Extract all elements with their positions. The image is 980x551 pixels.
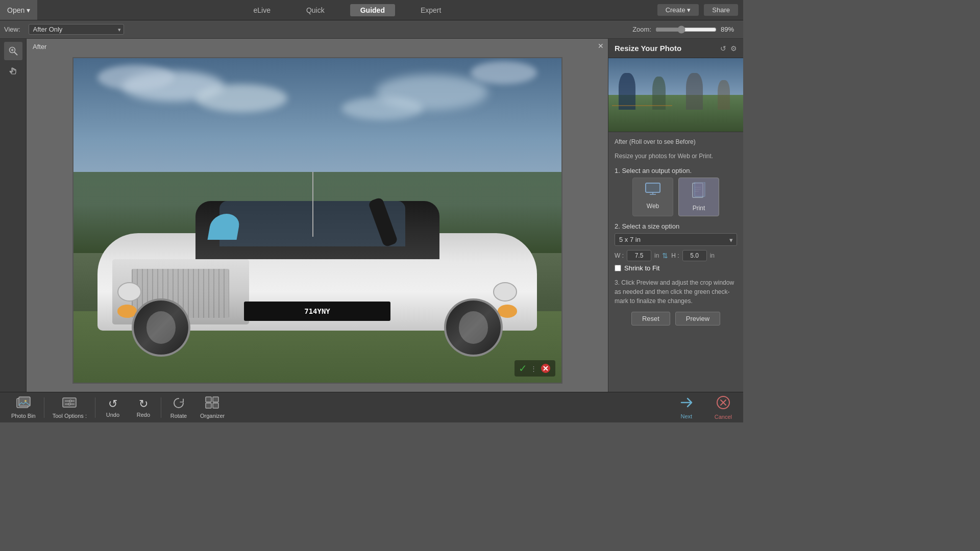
svg-rect-24 — [206, 403, 211, 408]
next-label: Next — [680, 413, 692, 419]
undo-icon: ↺ — [108, 397, 117, 411]
next-icon — [679, 396, 694, 412]
share-button[interactable]: Share — [704, 4, 738, 16]
close-canvas-button[interactable]: ✕ — [596, 41, 606, 51]
zoom-label: Zoom: — [632, 26, 651, 33]
web-label: Web — [647, 203, 659, 210]
svg-rect-22 — [206, 397, 211, 402]
panel-title: Resize Your Photo — [615, 44, 681, 53]
undo-label: Undo — [106, 412, 119, 418]
view-label: View: — [4, 26, 20, 33]
step2-section: 2. Select a size option 5 x 7 in 4 x 6 i… — [615, 222, 737, 272]
svg-rect-8 — [646, 183, 660, 192]
width-label: W : — [615, 252, 624, 259]
zoom-section: Zoom: 89% — [632, 26, 739, 34]
step3-text: 3. Click Preview and adjust the crop win… — [615, 278, 737, 306]
output-buttons: Web Print — [615, 178, 737, 216]
svg-rect-25 — [213, 403, 218, 408]
redo-label: Redo — [137, 412, 150, 418]
zoom-slider[interactable] — [655, 26, 717, 34]
height-input[interactable]: 5.0 — [682, 250, 707, 261]
print-output-button[interactable]: Print — [678, 178, 719, 216]
top-tabs: eLive Quick Guided Expert — [37, 4, 657, 16]
canvas-actions: ✓ ⋮ — [514, 360, 555, 377]
open-chevron-icon: ▾ — [27, 6, 30, 14]
separator-2 — [95, 397, 95, 418]
shrink-to-fit-checkbox[interactable] — [615, 265, 621, 271]
separator-1 — [44, 397, 44, 418]
right-panel: Resize Your Photo ↺ ⚙ — [608, 39, 743, 392]
svg-point-20 — [68, 403, 70, 405]
width-unit: in — [654, 252, 659, 259]
rotate-tool[interactable]: Rotate — [163, 394, 194, 421]
hand-tool-button[interactable] — [4, 62, 22, 81]
svg-rect-13 — [19, 397, 30, 406]
tool-options-icon — [62, 396, 77, 412]
tool-options-tool[interactable]: Tool Options : — [46, 394, 93, 421]
left-toolbar — [0, 39, 27, 392]
refresh-icon[interactable]: ↺ — [720, 44, 726, 53]
size-select[interactable]: 5 x 7 in 4 x 6 in 8 x 10 in Wallet Custo… — [615, 233, 737, 246]
step3-section: 3. Click Preview and adjust the crop win… — [615, 278, 737, 306]
second-bar: View: After Only Before Only Before & Af… — [0, 20, 743, 39]
tab-quick[interactable]: Quick — [296, 4, 335, 16]
cancel-edit-button[interactable] — [540, 363, 551, 374]
view-select[interactable]: After Only Before Only Before & After (H… — [29, 24, 124, 35]
tab-elive[interactable]: eLive — [243, 4, 280, 16]
panel-caption: After (Roll over to see Before) — [615, 138, 737, 145]
size-select-wrap: 5 x 7 in 4 x 6 in 8 x 10 in Wallet Custo… — [615, 233, 737, 246]
open-label: Open — [7, 6, 24, 14]
height-unit: in — [710, 252, 715, 259]
panel-actions: ↺ ⚙ — [720, 44, 737, 53]
link-dimensions-icon[interactable]: ⇅ — [662, 252, 668, 260]
top-bar: Open ▾ eLive Quick Guided Expert Create … — [0, 0, 743, 20]
settings-icon[interactable]: ⚙ — [730, 44, 737, 53]
canvas-area: After ✕ — [27, 39, 608, 392]
shrink-to-fit-row: Shrink to Fit — [615, 264, 737, 272]
next-button[interactable]: Next — [673, 394, 700, 421]
panel-header: Resize Your Photo ↺ ⚙ — [608, 39, 743, 58]
photo-bin-tool[interactable]: Photo Bin — [5, 394, 42, 421]
preview-before — [608, 58, 676, 132]
confirm-button[interactable]: ✓ — [519, 362, 527, 374]
photo-bin-icon — [16, 396, 31, 412]
tool-options-label: Tool Options : — [53, 413, 87, 419]
step1-label: 1. Select an output option. — [615, 167, 737, 174]
tab-expert[interactable]: Expert — [410, 4, 451, 16]
preview-after — [676, 58, 743, 132]
panel-body: After (Roll over to see Before) Resize y… — [608, 132, 743, 332]
divider: ⋮ — [530, 365, 537, 372]
height-label: H : — [671, 252, 679, 259]
top-right: Create ▾ Share — [657, 4, 743, 16]
undo-tool[interactable]: ↺ Undo — [97, 395, 128, 420]
svg-rect-23 — [213, 397, 218, 402]
tab-guided[interactable]: Guided — [350, 4, 395, 16]
bottom-right-actions: Next Cancel — [673, 393, 738, 422]
panel-preview-area — [608, 58, 743, 132]
rotate-icon — [172, 396, 185, 412]
web-output-button[interactable]: Web — [632, 178, 673, 216]
width-input[interactable]: 7.5 — [627, 250, 651, 261]
organizer-label: Organizer — [200, 413, 225, 419]
redo-tool[interactable]: ↻ Redo — [128, 395, 159, 420]
svg-rect-15 — [63, 398, 76, 407]
action-row: Reset Preview — [615, 312, 737, 325]
step1-section: 1. Select an output option. Web — [615, 167, 737, 216]
canvas-label: After — [33, 43, 46, 51]
main-content: After ✕ — [0, 39, 743, 392]
svg-rect-11 — [695, 182, 705, 196]
organizer-icon — [205, 396, 219, 412]
open-button[interactable]: Open ▾ — [0, 0, 37, 20]
photo-frame: 714YNY ✓ ⋮ — [72, 57, 562, 384]
cancel-button[interactable]: Cancel — [708, 393, 738, 422]
organizer-tool[interactable]: Organizer — [194, 394, 231, 421]
print-icon — [692, 182, 706, 202]
print-label: Print — [693, 205, 705, 212]
redo-icon: ↻ — [139, 397, 148, 411]
preview-button[interactable]: Preview — [675, 312, 720, 325]
create-button[interactable]: Create ▾ — [657, 4, 699, 16]
panel-description: Resize your photos for Web or Print. — [615, 152, 737, 161]
cancel-label: Cancel — [715, 414, 732, 420]
reset-button[interactable]: Reset — [631, 312, 670, 325]
zoom-tool-button[interactable] — [4, 42, 22, 60]
